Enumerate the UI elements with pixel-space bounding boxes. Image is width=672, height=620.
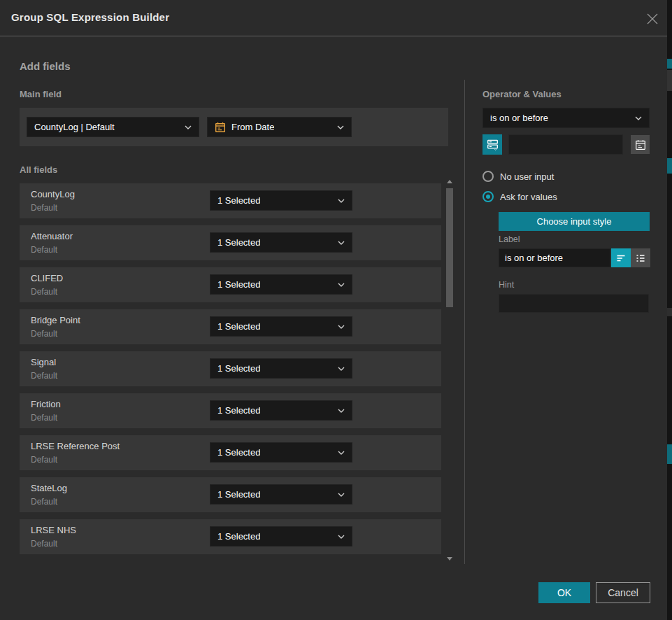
chevron-down-icon	[332, 241, 345, 245]
dialog-titlebar: Group SQL Expression Builder	[0, 0, 667, 36]
label-section-label: Label	[499, 234, 520, 244]
field-row: CLIFED Default 1 Selected	[20, 267, 441, 302]
chevron-down-icon	[179, 125, 192, 129]
field-name: Friction	[31, 399, 61, 409]
scroll-down-icon[interactable]	[447, 557, 452, 561]
date-field-icon	[215, 122, 226, 133]
operator-values-heading: Operator & Values	[482, 89, 562, 99]
field-row: CountyLog Default 1 Selected	[20, 183, 441, 218]
background-accent-segment	[667, 59, 672, 69]
value-input[interactable]	[508, 134, 623, 155]
single-line-style-button[interactable]	[611, 248, 631, 267]
add-fields-heading: Add fields	[20, 60, 71, 72]
field-name: Bridge Point	[31, 315, 80, 325]
chevron-down-icon	[332, 493, 345, 497]
field-row: Friction Default 1 Selected	[20, 393, 441, 428]
chevron-down-icon	[629, 116, 642, 120]
operator-select-value: is on or before	[490, 113, 548, 123]
label-input[interactable]	[499, 248, 610, 267]
field-name: LRSE NHS	[31, 525, 76, 535]
cancel-button[interactable]: Cancel	[596, 582, 650, 603]
field-name: LRSE Reference Post	[31, 441, 120, 451]
field-selection-select[interactable]: 1 Selected	[210, 232, 352, 253]
background-segment	[667, 308, 672, 316]
field-name: Signal	[31, 357, 56, 367]
background-segment	[667, 70, 672, 91]
field-selection-select[interactable]: 1 Selected	[210, 190, 352, 211]
field-selection-select[interactable]: 1 Selected	[210, 274, 352, 295]
field-sublabel: Default	[31, 203, 57, 213]
group-sql-expression-builder-dialog: Group SQL Expression Builder Add fields …	[0, 0, 667, 620]
field-name: CLIFED	[31, 273, 63, 283]
all-fields-label: All fields	[20, 164, 57, 175]
bulleted-list-icon	[635, 253, 646, 264]
field-name: Attenuator	[31, 231, 73, 241]
ok-button[interactable]: OK	[538, 582, 590, 603]
fields-scrollbar[interactable]	[445, 178, 455, 562]
field-sublabel: Default	[31, 539, 57, 549]
field-row: LRSE NHS Default 1 Selected	[20, 519, 441, 554]
chevron-down-icon	[332, 367, 345, 371]
field-sublabel: Default	[31, 497, 57, 507]
field-sublabel: Default	[31, 245, 57, 255]
chevron-down-icon	[331, 125, 344, 129]
main-field-layer-select[interactable]: CountyLog | Default	[27, 117, 199, 137]
field-selection-select[interactable]: 1 Selected	[210, 484, 352, 505]
field-name: StateLog	[31, 483, 67, 493]
field-sublabel: Default	[31, 455, 57, 465]
close-icon[interactable]	[643, 10, 662, 28]
radio-circle	[482, 171, 494, 182]
label-input-row	[499, 248, 650, 267]
panel-divider	[464, 80, 465, 564]
field-selection-select[interactable]: 1 Selected	[210, 400, 352, 421]
field-sublabel: Default	[31, 329, 57, 339]
field-row: Attenuator Default 1 Selected	[20, 225, 441, 260]
background-accent-segment	[667, 444, 672, 464]
radio-no-user-input[interactable]: No user input	[482, 171, 554, 182]
operator-select[interactable]: is on or before	[482, 108, 650, 128]
all-fields-list: CountyLog Default 1 Selected Attenuator …	[20, 183, 441, 561]
choose-input-style-button[interactable]: Choose input style	[499, 212, 650, 231]
layer-select-value: CountyLog | Default	[34, 122, 115, 132]
hint-section-label: Hint	[499, 280, 514, 290]
dialog-title: Group SQL Expression Builder	[11, 11, 169, 23]
field-select-value: From Date	[231, 122, 274, 132]
value-input-row	[482, 134, 650, 155]
field-row: LRSE Reference Post Default 1 Selected	[20, 435, 441, 470]
field-sublabel: Default	[31, 371, 57, 381]
chevron-down-icon	[332, 409, 345, 413]
chevron-down-icon	[332, 283, 345, 287]
main-field-field-select[interactable]: From Date	[207, 117, 352, 137]
chevron-down-icon	[332, 451, 345, 455]
radio-ask-for-values[interactable]: Ask for values	[482, 191, 557, 202]
field-selection-select[interactable]: 1 Selected	[210, 526, 352, 547]
field-sublabel: Default	[31, 287, 57, 297]
field-row: StateLog Default 1 Selected	[20, 477, 441, 512]
align-left-icon	[615, 253, 627, 264]
value-type-button[interactable]	[482, 134, 502, 155]
chevron-down-icon	[332, 199, 345, 203]
chevron-down-icon	[332, 325, 345, 329]
hint-input[interactable]	[499, 294, 649, 313]
field-row: Bridge Point Default 1 Selected	[20, 309, 441, 344]
main-field-bar: CountyLog | Default From Date	[20, 108, 448, 146]
scrollbar-thumb[interactable]	[446, 188, 453, 307]
field-selection-select[interactable]: 1 Selected	[210, 316, 352, 337]
scroll-up-icon[interactable]	[447, 180, 452, 183]
chevron-down-icon	[332, 535, 345, 539]
field-row: Signal Default 1 Selected	[20, 351, 441, 386]
calendar-icon	[635, 139, 646, 150]
field-name: CountyLog	[31, 189, 75, 199]
date-picker-button[interactable]	[631, 135, 650, 154]
background-accent-segment	[667, 158, 672, 174]
stacked-rows-icon	[487, 139, 499, 150]
field-selection-select[interactable]: 1 Selected	[210, 358, 352, 379]
field-sublabel: Default	[31, 413, 57, 423]
field-selection-select[interactable]: 1 Selected	[210, 442, 352, 463]
radio-circle-selected	[482, 191, 494, 202]
list-style-button[interactable]	[631, 248, 650, 267]
main-field-label: Main field	[20, 89, 62, 99]
background-page-strip	[667, 0, 672, 620]
